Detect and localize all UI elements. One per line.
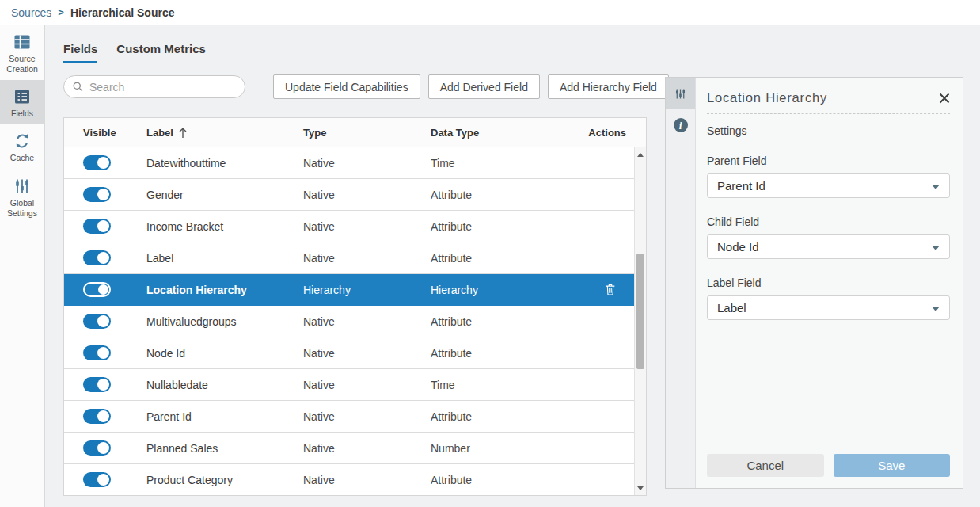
- column-header-data-type: Data Type: [431, 127, 479, 139]
- search-input[interactable]: [89, 81, 237, 93]
- toggle-knob: [97, 315, 109, 327]
- sliders-icon: [674, 87, 687, 101]
- scrollbar-thumb[interactable]: [636, 254, 644, 369]
- table-row[interactable]: Parent Id Native Attribute: [64, 401, 634, 433]
- panel-rail: i: [666, 78, 696, 488]
- breadcrumb-sources-link[interactable]: Sources: [11, 6, 51, 19]
- sidebar-item-label: Cache: [2, 153, 43, 163]
- close-icon[interactable]: [939, 93, 950, 104]
- field-type: Hierarchy: [303, 284, 351, 296]
- field-setting-dropdown[interactable]: Label: [707, 295, 950, 320]
- field-data-type: Attribute: [431, 189, 472, 201]
- table-row[interactable]: Income Bracket Native Attribute: [64, 211, 634, 242]
- visibility-toggle[interactable]: [83, 440, 111, 456]
- sidebar-item-fields[interactable]: Fields: [0, 80, 44, 124]
- table-row[interactable]: Gender Native Attribute: [64, 179, 634, 211]
- search-box: [63, 75, 245, 98]
- add-hierarchy-field-button[interactable]: Add Hierarchy Field: [548, 74, 669, 99]
- field-data-type: Number: [431, 442, 470, 455]
- field-setting-dropdown[interactable]: Node Id: [707, 234, 950, 259]
- field-type: Native: [303, 157, 335, 170]
- table-scrollbar[interactable]: [634, 147, 646, 495]
- tab-fields[interactable]: Fields: [63, 42, 97, 63]
- table-icon: [13, 32, 32, 51]
- field-data-type: Hierarchy: [431, 284, 478, 296]
- field-label: Parent Id: [146, 410, 192, 423]
- visibility-toggle[interactable]: [83, 187, 111, 202]
- sidebar-item-label: Source Creation: [2, 54, 43, 74]
- field-data-type: Time: [431, 157, 455, 170]
- visibility-toggle[interactable]: [83, 155, 111, 170]
- dropdown-selected-value: Node Id: [717, 240, 759, 254]
- sidebar-item-cache[interactable]: Cache: [0, 124, 44, 169]
- field-type: Native: [303, 220, 335, 233]
- field-label: Nullabledate: [146, 379, 208, 391]
- toggle-knob: [97, 189, 109, 200]
- panel-tab-info[interactable]: i: [666, 109, 695, 141]
- chevron-down-icon: [932, 185, 940, 189]
- field-data-type: Attribute: [431, 220, 472, 233]
- panel-body: Location Hierarchy Settings Parent Field…: [696, 78, 963, 488]
- visibility-toggle[interactable]: [83, 282, 111, 297]
- toggle-knob: [98, 284, 108, 295]
- field-label: Datewithouttime: [146, 157, 226, 170]
- visibility-toggle[interactable]: [83, 219, 111, 234]
- search-icon: [72, 81, 84, 93]
- update-field-capabilities-button[interactable]: Update Field Capabilities: [273, 74, 420, 99]
- breadcrumb-separator: >: [58, 6, 64, 18]
- sliders-icon: [13, 177, 32, 196]
- table-row[interactable]: Planned Sales Native Number: [64, 433, 634, 464]
- panel-section-title: Settings: [707, 124, 950, 137]
- table-row[interactable]: Datewithouttime Native Time: [64, 147, 634, 179]
- column-header-visible: Visible: [83, 127, 116, 139]
- field-data-type: Attribute: [431, 315, 472, 328]
- field-settings-panel: i Location Hierarchy Settings Parent Fie…: [665, 77, 963, 489]
- add-derived-field-button[interactable]: Add Derived Field: [428, 74, 540, 99]
- table-row[interactable]: Multivaluedgroups Native Attribute: [64, 306, 634, 337]
- visibility-toggle[interactable]: [83, 345, 111, 360]
- field-setting-label: Parent Field: [707, 154, 950, 167]
- table-row[interactable]: Location Hierarchy Hierarchy Hierarchy: [64, 274, 634, 306]
- sidebar-item-source-creation[interactable]: Source Creation: [0, 25, 44, 80]
- scroll-up-icon[interactable]: [635, 149, 646, 160]
- visibility-toggle[interactable]: [83, 409, 111, 424]
- toolbar: Update Field Capabilities Add Derived Fi…: [273, 74, 669, 99]
- toggle-knob: [97, 347, 109, 359]
- table-row[interactable]: Node Id Native Attribute: [64, 337, 634, 369]
- breadcrumb: Sources > Hierarchical Source: [0, 0, 980, 25]
- visibility-toggle[interactable]: [83, 377, 111, 392]
- tab-custom-metrics[interactable]: Custom Metrics: [116, 42, 206, 63]
- cancel-button[interactable]: Cancel: [707, 454, 824, 477]
- column-header-actions: Actions: [588, 127, 626, 139]
- field-type: Native: [303, 252, 335, 265]
- scroll-down-icon[interactable]: [635, 482, 646, 494]
- field-type: Native: [303, 347, 335, 360]
- delete-icon[interactable]: [604, 282, 617, 297]
- visibility-toggle[interactable]: [83, 250, 111, 265]
- table-row[interactable]: Product Category Native Attribute: [64, 464, 634, 495]
- visibility-toggle[interactable]: [83, 472, 111, 487]
- info-icon: i: [674, 118, 688, 132]
- toggle-knob: [97, 474, 109, 486]
- table-row[interactable]: Nullabledate Native Time: [64, 369, 634, 401]
- field-type: Native: [303, 379, 335, 391]
- field-setting-dropdown[interactable]: Parent Id: [707, 173, 950, 198]
- sidebar-item-global-settings[interactable]: Global Settings: [0, 170, 44, 224]
- field-type: Native: [303, 315, 335, 328]
- field-label: Multivaluedgroups: [146, 315, 237, 328]
- sidebar-item-label: Fields: [2, 109, 43, 119]
- field-type: Native: [303, 410, 335, 423]
- toggle-knob: [97, 220, 109, 232]
- tab-bar: Fields Custom Metrics: [63, 42, 206, 63]
- table-row[interactable]: Label Native Attribute: [64, 242, 634, 274]
- chevron-down-icon: [932, 307, 940, 311]
- toggle-knob: [97, 157, 109, 169]
- save-button[interactable]: Save: [834, 454, 951, 477]
- panel-tab-settings[interactable]: [666, 78, 695, 109]
- visibility-toggle[interactable]: [83, 314, 111, 329]
- field-label: Label: [146, 252, 173, 265]
- column-header-label[interactable]: Label: [146, 127, 188, 139]
- table-header: Visible Label Type Data Type Actions: [64, 118, 646, 147]
- field-data-type: Attribute: [431, 347, 472, 360]
- refresh-icon: [13, 132, 32, 151]
